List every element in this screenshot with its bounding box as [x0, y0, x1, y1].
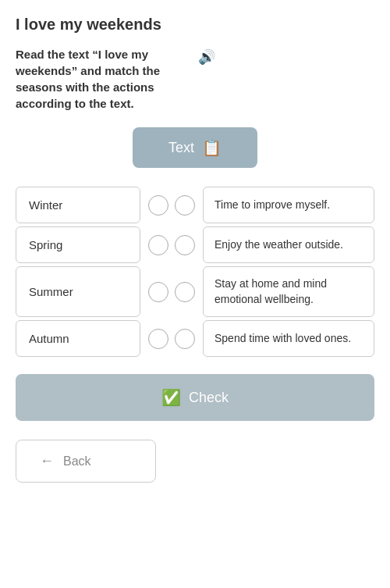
season-summer: Summer: [16, 266, 140, 317]
back-button-label: Back: [63, 454, 91, 469]
check-icon: ✅: [161, 388, 181, 407]
back-arrow-icon: ←: [40, 453, 54, 469]
radio-winter-left[interactable]: [148, 195, 168, 216]
radio-summer-left[interactable]: [148, 282, 168, 302]
action-4: Spend time with loved ones.: [203, 320, 374, 357]
matching-section: Winter Time to improve myself. Spring En…: [16, 187, 374, 357]
speaker-icon[interactable]: 🔊: [198, 48, 374, 67]
back-button[interactable]: ← Back: [16, 440, 156, 483]
action-3: Stay at home and mind emotional wellbein…: [203, 266, 374, 317]
radio-autumn-left[interactable]: [148, 329, 168, 349]
check-button[interactable]: ✅ Check: [16, 374, 374, 421]
instructions-text: Read the text “I love my weekends” and m…: [16, 46, 192, 112]
radio-group-autumn: [140, 320, 203, 357]
table-row: Summer Stay at home and mind emotional w…: [16, 266, 374, 317]
page-title: I love my weekends: [16, 16, 374, 34]
radio-group-summer: [140, 266, 203, 317]
season-autumn: Autumn: [16, 320, 140, 357]
radio-summer-right[interactable]: [175, 282, 195, 302]
text-button[interactable]: Text 📋: [133, 127, 257, 168]
radio-spring-right[interactable]: [175, 235, 195, 255]
radio-winter-right[interactable]: [175, 195, 195, 216]
action-2: Enjoy the weather outside.: [203, 226, 374, 263]
radio-autumn-right[interactable]: [175, 329, 195, 349]
check-button-label: Check: [189, 390, 229, 406]
radio-group-winter: [140, 187, 203, 223]
season-winter: Winter: [16, 187, 140, 223]
table-row: Spring Enjoy the weather outside.: [16, 226, 374, 263]
instructions-block: Read the text “I love my weekends” and m…: [16, 46, 374, 112]
table-row: Winter Time to improve myself.: [16, 187, 374, 223]
book-icon: 📋: [202, 138, 222, 157]
action-1: Time to improve myself.: [203, 187, 374, 223]
radio-spring-left[interactable]: [148, 235, 168, 255]
text-button-label: Text: [168, 140, 194, 156]
table-row: Autumn Spend time with loved ones.: [16, 320, 374, 357]
season-spring: Spring: [16, 226, 140, 263]
radio-group-spring: [140, 226, 203, 263]
